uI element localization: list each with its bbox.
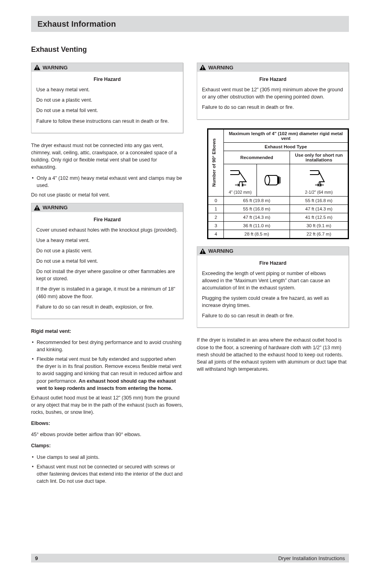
table-row: 065 ft (19.8 m)55 ft (16.8 m) xyxy=(208,196,348,205)
warning-text: Use a heavy metal vent. xyxy=(36,86,178,93)
banner-title: Exhaust Information xyxy=(37,20,116,29)
warning-text: Do not use a plastic vent. xyxy=(36,96,178,104)
list-item: Recommended for best drying performance … xyxy=(37,339,183,353)
warning-text: Failure to follow these instructions can… xyxy=(36,118,178,125)
sub-head: Clamps: xyxy=(31,443,51,448)
body-text: Do not use plastic or metal foil vent. xyxy=(31,191,183,199)
warning-text: Exhaust vent must be 12" (305 mm) minimu… xyxy=(202,86,344,100)
warning-heading: Fire Hazard xyxy=(94,217,121,222)
svg-rect-0 xyxy=(37,66,37,68)
warning-heading: Fire Hazard xyxy=(259,260,286,266)
body-text: If the dryer is installed in an area whe… xyxy=(197,336,349,373)
warning-text: Exceeding the length of vent piping or n… xyxy=(202,270,344,291)
svg-rect-2 xyxy=(37,206,37,208)
hood-diagram: 4" (102 mm) xyxy=(224,164,257,196)
warning-text: Failure to do so can result in death or … xyxy=(202,312,344,319)
warning-icon xyxy=(34,205,40,210)
warning-text: Use a heavy metal vent. xyxy=(36,237,178,244)
warning-text: Do not install the dryer where gasoline … xyxy=(36,268,178,282)
warning-text: Plugging the system could create a fire … xyxy=(202,295,344,309)
list-item: Only a 4" (102 mm) heavy metal exhaust v… xyxy=(37,175,183,189)
list-item: Use clamps to seal all joints. xyxy=(37,454,183,461)
svg-rect-18 xyxy=(202,250,203,252)
warning-icon xyxy=(34,65,40,70)
warning-box-4: WARNING Fire Hazard Exceeding the length… xyxy=(197,246,349,328)
section-heading: Exhaust Venting xyxy=(31,45,349,54)
bullet-list: Use clamps to seal all joints. Exhaust v… xyxy=(31,454,183,485)
warning-box-2: WARNING Fire Hazard Cover unused exhaust… xyxy=(31,203,183,319)
table-col-header: Use only for short run installations xyxy=(290,151,348,164)
body-text: 45° elbows provide better airflow than 9… xyxy=(31,431,183,438)
warning-label: WARNING xyxy=(208,248,233,254)
hood-diagram xyxy=(257,164,290,196)
warning-text: Do not use a plastic vent. xyxy=(36,247,178,254)
warning-box-1: WARNING Fire Hazard Use a heavy metal ve… xyxy=(31,63,183,133)
page-footer: 9 Dryer Installation Instructions xyxy=(31,554,349,562)
hood-caption: 2-1/2" (64 mm) xyxy=(292,190,345,195)
list-item: Flexible metal vent must be fully extend… xyxy=(37,356,183,392)
warning-icon xyxy=(200,248,206,254)
table-row: 428 ft (8.5 m)22 ft (6.7 m) xyxy=(208,230,348,238)
warning-text: Do not use a metal foil vent. xyxy=(36,258,178,265)
warning-text: Failure to do so can result in death or … xyxy=(202,104,344,111)
page-banner: Exhaust Information xyxy=(31,16,349,32)
svg-point-10 xyxy=(265,175,270,185)
vent-length-table: Number of 90° Elbows Maximum length of 4… xyxy=(207,128,349,239)
warning-text: Cover unused exhaust holes with the knoc… xyxy=(36,226,178,234)
warning-text: Do not use a metal foil vent. xyxy=(36,107,178,114)
list-item: Exhaust vent must not be connected or se… xyxy=(37,463,183,485)
svg-rect-5 xyxy=(202,69,203,70)
warning-label: WARNING xyxy=(208,65,233,71)
svg-rect-1 xyxy=(37,69,37,70)
hood-diagram: 2-1/2" (64 mm) xyxy=(290,164,348,196)
warning-heading: Fire Hazard xyxy=(259,77,286,82)
table-title: Maximum length of 4" (102 mm) diameter r… xyxy=(224,129,348,142)
left-column: WARNING Fire Hazard Use a heavy metal ve… xyxy=(31,63,183,487)
bullet-list: Recommended for best drying performance … xyxy=(31,339,183,392)
warning-box-3: WARNING Fire Hazard Exhaust vent must be… xyxy=(197,63,349,120)
warning-text: If the dryer is installed in a garage, i… xyxy=(36,285,178,300)
table-col-header: Recommended xyxy=(224,151,290,164)
warning-text: Failure to do so can result in death, ex… xyxy=(36,303,178,311)
hood-caption: 4" (102 mm) xyxy=(226,190,254,195)
table-row: 247 ft (14.3 m)41 ft (12.5 m) xyxy=(208,213,348,221)
body-text: The dryer exhaust must not be connected … xyxy=(31,142,183,171)
table-subhead: Exhaust Hood Type xyxy=(224,142,348,151)
warning-icon xyxy=(200,65,206,70)
right-column: WARNING Fire Hazard Exhaust vent must be… xyxy=(197,63,349,487)
svg-rect-4 xyxy=(202,66,203,68)
bullet-list: Only a 4" (102 mm) heavy metal exhaust v… xyxy=(31,175,183,189)
table-side-header: Number of 90° Elbows xyxy=(211,136,217,189)
table-row: 336 ft (11.0 m)30 ft (9.1 m) xyxy=(208,221,348,230)
warning-label: WARNING xyxy=(43,205,68,210)
table-row: 155 ft (16.8 m)47 ft (14.3 m) xyxy=(208,205,348,213)
sub-head: Rigid metal vent: xyxy=(31,328,71,334)
warning-label: WARNING xyxy=(43,65,68,71)
page-number: 9 xyxy=(35,555,38,561)
svg-rect-19 xyxy=(202,252,203,253)
svg-rect-3 xyxy=(37,209,37,210)
footer-text: Dryer Installation Instructions xyxy=(278,555,345,561)
warning-heading: Fire Hazard xyxy=(94,77,121,82)
sub-head: Elbows: xyxy=(31,421,50,426)
body-text: Exhaust outlet hood must be at least 12"… xyxy=(31,394,183,416)
